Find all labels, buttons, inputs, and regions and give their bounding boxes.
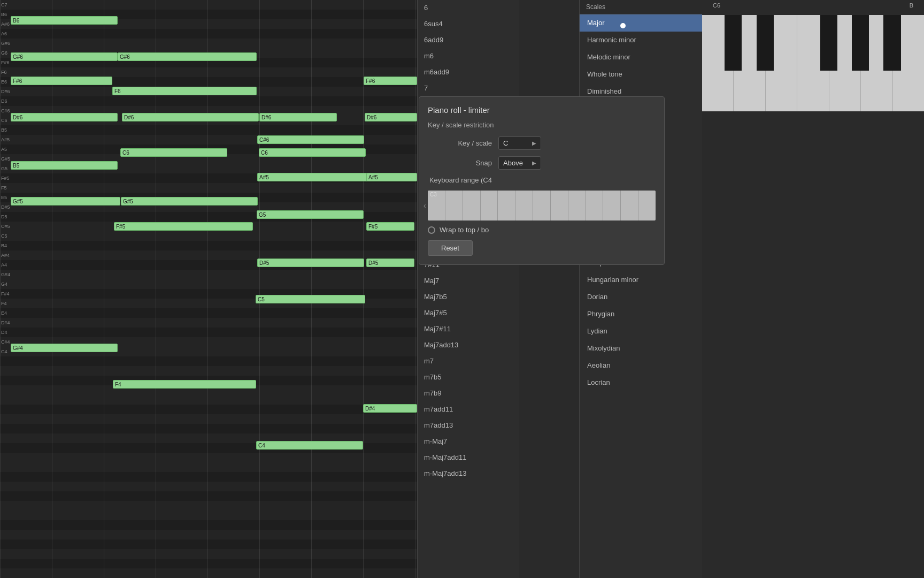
chord-item-m6add9[interactable]: m6add9 [418, 64, 519, 80]
key-f4[interactable] [603, 191, 621, 220]
chord-panel[interactable]: 66sus46add9m6m6add977sus47#57b57#97b97#5… [417, 0, 519, 578]
rk-b-label: B [910, 2, 913, 9]
chord-item-Maj7b5[interactable]: Maj7b5 [418, 289, 519, 305]
note-23[interactable]: C5 [256, 295, 365, 303]
note-24[interactable]: G#4 [11, 344, 118, 352]
note-13[interactable]: B5 [11, 161, 118, 170]
scale-item-hungarian-minor[interactable]: Hungarian minor [580, 271, 702, 288]
note-21[interactable]: D#5 [257, 258, 364, 267]
chord-item-mMaj7add11[interactable]: m-Maj7add11 [418, 450, 519, 466]
rk-black-2 [757, 15, 774, 71]
piano-row-59 [0, 568, 417, 578]
piano-row-29 [0, 279, 417, 289]
rk-black-1 [725, 15, 742, 71]
piano-row-43 [0, 414, 417, 424]
snap-value[interactable]: Above ▶ [498, 156, 541, 170]
note-8[interactable]: D#6 [259, 113, 337, 121]
note-26[interactable]: D#4 [363, 404, 417, 413]
reset-button[interactable]: Reset [428, 240, 473, 256]
key-d4[interactable] [568, 191, 586, 220]
key-g3[interactable] [498, 191, 515, 220]
piano-row-54 [0, 520, 417, 530]
right-keyboard: C6 B [702, 0, 924, 578]
piano-row-51 [0, 491, 417, 501]
key-a3[interactable] [515, 191, 533, 220]
note-5[interactable]: F6 [112, 87, 257, 95]
wrap-radio[interactable] [428, 226, 435, 234]
note-9[interactable]: D#6 [365, 113, 417, 121]
note-16[interactable]: G#5 [11, 197, 120, 206]
key-a4[interactable] [638, 191, 656, 220]
chord-item-m7b5[interactable]: m7b5 [418, 369, 519, 385]
white-keys-container [428, 191, 656, 220]
note-15[interactable]: A#5 [366, 173, 417, 181]
scroll-left-btn[interactable]: ‹ [424, 201, 426, 210]
scale-item-locrian[interactable]: Locrian [580, 374, 702, 391]
note-14[interactable]: A#5 [257, 173, 369, 181]
chord-item-m7b9[interactable]: m7b9 [418, 385, 519, 401]
chord-item-Maj7[interactable]: Maj7 [418, 273, 519, 289]
scale-item-harmonic-minor[interactable]: Harmonic minor [580, 32, 702, 49]
chord-item-6[interactable]: 6 [418, 0, 519, 16]
note-2[interactable]: G#6 [118, 52, 257, 61]
piano-row-50 [0, 482, 417, 491]
chord-item-mMaj7[interactable]: m-Maj7 [418, 434, 519, 450]
note-25[interactable]: F4 [113, 380, 256, 389]
note-10[interactable]: C#6 [257, 135, 364, 144]
scale-item-melodic-minor[interactable]: Melodic minor [580, 49, 702, 66]
rk-black-5 [883, 15, 900, 71]
key-e3[interactable] [463, 191, 481, 220]
scale-item-major[interactable]: Major [580, 14, 702, 32]
piano-roll: B6G#6G#6F#6F#6F6D#6D#6D#6D#6C#6C6C6B5A#5… [0, 0, 417, 578]
key-scale-value[interactable]: C ▶ [498, 136, 541, 150]
note-20[interactable]: F#5 [366, 222, 414, 231]
chord-item-6add9[interactable]: 6add9 [418, 32, 519, 48]
wrap-label: Wrap to top / bo [440, 226, 489, 234]
piano-row-19 [0, 183, 417, 193]
note-4[interactable]: F#6 [364, 77, 417, 85]
rk-key-f[interactable] [797, 15, 829, 111]
scale-item-phrygian[interactable]: Phrygian [580, 306, 702, 323]
scale-item-whole-tone[interactable]: Whole tone [580, 66, 702, 83]
chord-item-m7add13[interactable]: m7add13 [418, 417, 519, 434]
chord-item-Maj711[interactable]: Maj7#11 [418, 321, 519, 337]
piano-row-49 [0, 472, 417, 482]
chord-item-m6[interactable]: m6 [418, 48, 519, 64]
note-11[interactable]: C6 [120, 148, 227, 157]
chord-item-m7add11[interactable]: m7add11 [418, 401, 519, 417]
chord-item-Maj7add13[interactable]: Maj7add13 [418, 337, 519, 353]
chord-item-7[interactable]: 7 [418, 80, 519, 96]
scales-header: Scales [580, 0, 702, 14]
scale-item-mixolydian[interactable]: Mixolydian [580, 340, 702, 357]
piano-row-0 [0, 0, 417, 10]
note-18[interactable]: G5 [257, 210, 364, 219]
note-7[interactable]: D#6 [122, 113, 259, 121]
rk-key-c[interactable] [702, 15, 734, 111]
note-3[interactable]: F#6 [11, 77, 112, 85]
key-c4[interactable] [551, 191, 568, 220]
note-19[interactable]: F#5 [114, 222, 253, 231]
note-22[interactable]: D#5 [366, 258, 414, 267]
scale-item-aeolian[interactable]: Aeolian [580, 357, 702, 374]
grid-line-194 [104, 0, 104, 578]
key-f3[interactable] [481, 191, 498, 220]
note-0[interactable]: B6 [11, 16, 118, 25]
key-b3[interactable] [533, 191, 551, 220]
scale-item-lydian[interactable]: Lydian [580, 323, 702, 340]
note-27[interactable]: C4 [256, 441, 363, 450]
key-d3[interactable] [445, 191, 463, 220]
scale-item-dorian[interactable]: Dorian [580, 288, 702, 306]
chord-item-6sus4[interactable]: 6sus4 [418, 16, 519, 32]
scales-panel[interactable]: Scales MajorHarmonic minorMelodic minorW… [579, 0, 702, 578]
chord-item-m7[interactable]: m7 [418, 353, 519, 369]
keyboard-visual[interactable]: C3 [428, 191, 656, 220]
piano-row-25 [0, 241, 417, 250]
chord-item-mMaj7add13[interactable]: m-Maj7add13 [418, 466, 519, 482]
note-1[interactable]: G#6 [11, 52, 118, 61]
note-12[interactable]: C6 [259, 148, 366, 157]
key-g4[interactable] [621, 191, 638, 220]
note-17[interactable]: G#5 [121, 197, 258, 206]
note-6[interactable]: D#6 [11, 113, 118, 121]
key-e4[interactable] [586, 191, 604, 220]
chord-item-Maj75[interactable]: Maj7#5 [418, 305, 519, 321]
